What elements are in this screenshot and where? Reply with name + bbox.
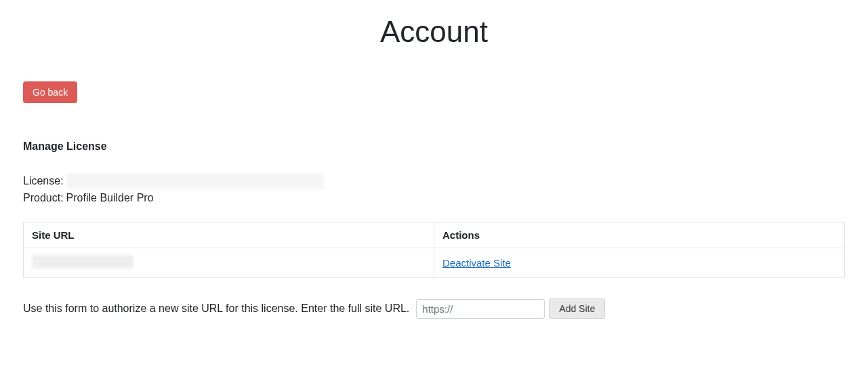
deactivate-site-link[interactable]: Deactivate Site <box>442 257 511 269</box>
site-url-cell <box>24 248 434 278</box>
add-site-form: Use this form to authorize a new site UR… <box>23 298 845 319</box>
product-row: Product: Profile Builder Pro <box>23 192 845 204</box>
site-url-value-redacted <box>32 255 133 269</box>
add-site-button[interactable]: Add Site <box>549 298 605 319</box>
table-header-site-url: Site URL <box>24 222 434 248</box>
table-row: Deactivate Site <box>24 248 845 278</box>
table-header-actions: Actions <box>434 222 845 248</box>
license-row: License: <box>23 173 845 189</box>
sites-table: Site URL Actions Deactivate Site <box>23 222 845 278</box>
actions-cell: Deactivate Site <box>434 248 845 278</box>
site-url-input[interactable] <box>416 299 545 319</box>
manage-license-heading: Manage License <box>23 140 845 153</box>
product-value: Profile Builder Pro <box>66 192 154 204</box>
product-label: Product: <box>23 192 64 204</box>
go-back-button[interactable]: Go back <box>23 81 77 103</box>
license-label: License: <box>23 175 64 187</box>
add-site-help-text: Use this form to authorize a new site UR… <box>23 303 409 315</box>
page-title: Account <box>23 15 845 49</box>
license-value-redacted <box>66 173 324 189</box>
